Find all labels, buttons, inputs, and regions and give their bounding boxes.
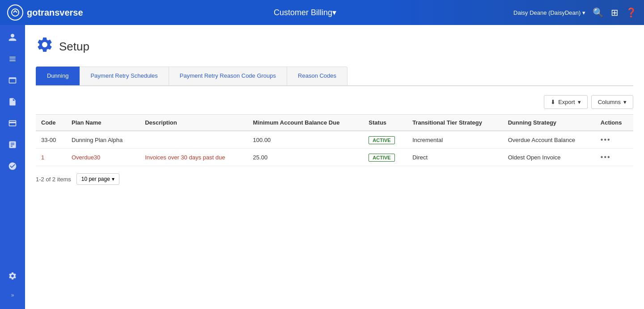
sidebar-expand-button[interactable]: » xyxy=(8,288,18,302)
pagination-summary: 1-2 of 2 items xyxy=(36,176,71,183)
per-page-label: 10 per page xyxy=(81,176,110,182)
cell-code-2: 1 xyxy=(36,149,66,166)
sidebar-item-settings[interactable] xyxy=(4,267,21,285)
sidebar-item-orders[interactable] xyxy=(4,50,21,68)
tab-payment-retry-reason-code-groups[interactable]: Payment Retry Reason Code Groups xyxy=(169,67,287,85)
section-dropdown-arrow: ▾ xyxy=(332,8,336,17)
code-link-2[interactable]: 1 xyxy=(41,154,44,161)
help-icon[interactable]: ❓ xyxy=(626,7,637,18)
logo-icon xyxy=(7,4,23,21)
export-arrow: ▾ xyxy=(578,99,581,105)
sidebar-item-catalog[interactable] xyxy=(4,157,21,175)
cell-status-1: ACTIVE xyxy=(363,131,407,149)
tab-reason-codes[interactable]: Reason Codes xyxy=(287,67,347,85)
cell-min-balance-1: 100.00 xyxy=(248,131,364,149)
section-title-text: Customer Billing xyxy=(274,8,332,17)
app-name: gotransverse xyxy=(27,8,83,18)
main-content: Setup Dunning Payment Retry Schedules Pa… xyxy=(25,25,644,309)
user-menu[interactable]: Daisy Deane (DaisyDean) ▾ xyxy=(513,9,585,16)
sidebar-item-reports[interactable] xyxy=(4,136,21,154)
col-actions: Actions xyxy=(595,115,633,131)
table-row: 33-00 Dunning Plan Alpha 100.00 ACTIVE I… xyxy=(36,131,633,149)
status-badge-1: ACTIVE xyxy=(369,136,394,144)
plan-name-link-2[interactable]: Overdue30 xyxy=(72,154,100,161)
cell-dunning-strategy-2: Oldest Open Invoice xyxy=(503,149,595,166)
sidebar-item-payments[interactable] xyxy=(4,114,21,132)
columns-button[interactable]: Columns ▾ xyxy=(591,95,633,109)
app-logo[interactable]: gotransverse xyxy=(7,4,97,21)
col-dunning-strategy: Dunning Strategy xyxy=(503,115,595,131)
status-badge-2: ACTIVE xyxy=(369,154,394,162)
svg-point-0 xyxy=(12,9,19,16)
page-header: Setup xyxy=(36,36,633,58)
dunning-table: Code Plan Name Description Minimum Accou… xyxy=(36,114,633,166)
cell-plan-name-2: Overdue30 xyxy=(66,149,140,166)
cell-plan-name-1: Dunning Plan Alpha xyxy=(66,131,140,149)
col-status: Status xyxy=(363,115,407,131)
topnav: gotransverse Customer Billing▾ Daisy Dea… xyxy=(0,0,644,25)
tab-bar: Dunning Payment Retry Schedules Payment … xyxy=(36,67,633,86)
cell-actions-2: ••• xyxy=(595,149,633,166)
table-body: 33-00 Dunning Plan Alpha 100.00 ACTIVE I… xyxy=(36,131,633,166)
cell-tier-strategy-1: Incremental xyxy=(407,131,503,149)
cell-description-1 xyxy=(140,131,247,149)
columns-label: Columns xyxy=(598,99,621,105)
table-row: 1 Overdue30 Invoices over 30 days past d… xyxy=(36,149,633,166)
col-description: Description xyxy=(140,115,247,131)
cell-description-2: Invoices over 30 days past due xyxy=(140,149,247,166)
sidebar: » xyxy=(0,25,25,309)
sidebar-bottom: » xyxy=(4,267,21,305)
export-icon: ⬇ xyxy=(551,99,555,105)
layout: » Setup Dunning Payment Retry Schedules … xyxy=(0,25,644,309)
columns-arrow: ▾ xyxy=(623,99,627,105)
search-icon[interactable]: 🔍 xyxy=(593,7,604,18)
user-dropdown-arrow: ▾ xyxy=(582,9,585,16)
user-name-text: Daisy Deane (DaisyDean) xyxy=(513,9,580,16)
col-tier-strategy: Transitional Tier Strategy xyxy=(407,115,503,131)
sidebar-item-invoices[interactable] xyxy=(4,93,21,111)
row-actions-button-1[interactable]: ••• xyxy=(601,136,611,144)
topnav-right: Daisy Deane (DaisyDean) ▾ 🔍 ⊞ ❓ xyxy=(513,7,637,18)
per-page-selector[interactable]: 10 per page ▾ xyxy=(76,173,119,185)
tab-dunning[interactable]: Dunning xyxy=(36,67,80,85)
row-actions-button-2[interactable]: ••• xyxy=(601,153,611,161)
grid-icon[interactable]: ⊞ xyxy=(611,7,619,18)
table-toolbar: ⬇ Export ▾ Columns ▾ xyxy=(36,95,633,109)
cell-actions-1: ••• xyxy=(595,131,633,149)
pagination-bar: 1-2 of 2 items 10 per page ▾ xyxy=(36,173,633,185)
col-code: Code xyxy=(36,115,66,131)
table-header-row: Code Plan Name Description Minimum Accou… xyxy=(36,115,633,131)
cell-code-1: 33-00 xyxy=(36,131,66,149)
col-min-balance: Minimum Account Balance Due xyxy=(248,115,364,131)
cell-dunning-strategy-1: Overdue Account Balance xyxy=(503,131,595,149)
export-label: Export xyxy=(558,99,575,105)
page-title: Setup xyxy=(59,40,89,54)
setup-gear-icon xyxy=(36,36,54,58)
description-link-2[interactable]: Invoices over 30 days past due xyxy=(145,154,225,161)
sidebar-item-people[interactable] xyxy=(4,29,21,46)
cell-tier-strategy-2: Direct xyxy=(407,149,503,166)
app-section-title[interactable]: Customer Billing▾ xyxy=(97,8,513,17)
export-button[interactable]: ⬇ Export ▾ xyxy=(544,95,588,109)
cell-min-balance-2: 25.00 xyxy=(248,149,364,166)
sidebar-item-billing[interactable] xyxy=(4,71,21,89)
per-page-arrow: ▾ xyxy=(112,176,114,182)
cell-status-2: ACTIVE xyxy=(363,149,407,166)
table-header: Code Plan Name Description Minimum Accou… xyxy=(36,115,633,131)
tab-payment-retry-schedules[interactable]: Payment Retry Schedules xyxy=(80,67,169,85)
col-plan-name: Plan Name xyxy=(66,115,140,131)
